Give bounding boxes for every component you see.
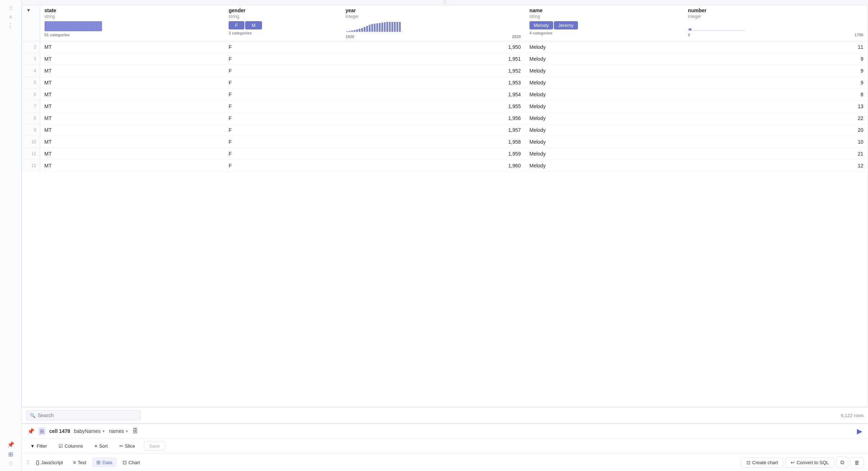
convert-sql-icon: ↩: [791, 460, 795, 465]
table-body: 2 MT F 1,950 Melody 11 3 MT F 1,951 Melo…: [22, 41, 868, 172]
cell-year: 1,955: [341, 101, 525, 112]
filter-button[interactable]: ▼ Filter: [27, 442, 50, 450]
table-row: 5 MT F 1,953 Melody 9: [22, 77, 868, 89]
col-type-name: string: [529, 14, 679, 19]
columns-button[interactable]: ☑ Columns: [56, 442, 86, 450]
drag-handle-top[interactable]: ⠿: [9, 5, 13, 12]
cell-name: Melody: [525, 77, 684, 89]
top-drag-handle[interactable]: ⠿: [22, 0, 868, 5]
gender-pill-f[interactable]: F: [229, 21, 244, 29]
row-num: 11: [22, 148, 40, 160]
cell-number: 8: [684, 89, 868, 101]
cell-number: 20: [684, 124, 868, 136]
cell-year: 1,958: [341, 136, 525, 148]
cell-state: MT: [40, 148, 224, 160]
expand-collapse-icon[interactable]: ▼: [26, 8, 31, 13]
cell-name: Melody: [525, 136, 684, 148]
table-row: 4 MT F 1,952 Melody 9: [22, 65, 868, 77]
cell-name: Melody: [525, 41, 684, 53]
svg-rect-14: [381, 23, 383, 32]
filter-toolbar: ▼ Filter ☑ Columns ≡ Sort ✂ Slice Save: [22, 438, 868, 453]
cell-gender: F: [224, 77, 341, 89]
tab-javascript[interactable]: {} JavaScript: [32, 457, 67, 467]
data-table-wrapper[interactable]: ▼ state string 51 categories gender: [22, 5, 868, 407]
cell-state: MT: [40, 77, 224, 89]
name-pill-melody[interactable]: Melody: [529, 21, 553, 29]
run-button[interactable]: ▶: [857, 427, 862, 435]
tab-text[interactable]: ≡ Text: [69, 457, 91, 467]
action-bar-drag-icon[interactable]: ⠿: [26, 459, 30, 466]
create-chart-button[interactable]: ⊡ Create chart: [741, 457, 784, 468]
svg-rect-20: [396, 22, 398, 32]
cell-gender: F: [224, 148, 341, 160]
svg-rect-21: [399, 22, 401, 32]
action-bar-right: ⊡ Create chart ↩ Convert to SQL ⧉ 🗑: [741, 457, 864, 468]
dots-menu-icon[interactable]: ⋮: [7, 22, 14, 29]
cell-year: 1,953: [341, 77, 525, 89]
left-col-top: ⠿ ∧ ⋮: [7, 0, 14, 29]
name-pill-jeremy[interactable]: Jeremy: [554, 21, 578, 29]
tab-data[interactable]: ⊞ Data: [92, 457, 116, 467]
cell-state: MT: [40, 41, 224, 53]
number-range-labels: 0 1700: [688, 33, 863, 37]
svg-rect-18: [391, 22, 393, 32]
javascript-icon: {}: [36, 460, 39, 465]
drag-handle-bottom[interactable]: ⠿: [9, 461, 13, 467]
col-type-state: string: [45, 14, 220, 19]
cell-label: cell 1478: [49, 428, 70, 434]
slice-button[interactable]: ✂ Slice: [116, 442, 138, 450]
th-gender: gender string F M 2 categories: [224, 5, 341, 41]
chart-icon: ⊡: [123, 460, 127, 465]
svg-rect-19: [394, 22, 396, 32]
cell-year: 1,951: [341, 53, 525, 65]
trash-icon: 🗑: [854, 460, 860, 466]
cell-name: Melody: [525, 65, 684, 77]
collapse-icon[interactable]: ∧: [9, 14, 13, 19]
svg-rect-8: [366, 26, 368, 32]
cell-number: 11: [684, 41, 868, 53]
cell-number: 13: [684, 101, 868, 112]
gender-pill-m[interactable]: M: [245, 21, 262, 29]
tab-chart[interactable]: ⊡ Chart: [118, 457, 144, 467]
th-year: year integer: [341, 5, 525, 41]
cell-year: 1,954: [341, 89, 525, 101]
cell-number: 12: [684, 160, 868, 172]
row-num: 7: [22, 101, 40, 112]
table-row: 9 MT F 1,957 Melody 20: [22, 124, 868, 136]
cell-gender: F: [224, 124, 341, 136]
copy-icon: ⧉: [840, 459, 844, 465]
copy-button[interactable]: ⧉: [836, 457, 848, 468]
svg-rect-10: [371, 24, 373, 32]
col-name-gender: gender: [229, 8, 337, 13]
svg-rect-23: [689, 28, 692, 31]
convert-sql-button[interactable]: ↩ Convert to SQL: [785, 457, 834, 468]
table-selector[interactable]: names ▼: [109, 428, 129, 434]
th-state: state string 51 categories: [40, 5, 224, 41]
cell-name: Melody: [525, 124, 684, 136]
cell-toolbar: 📌 ⊞ cell 1478 babyNames ▼ names ▼ 🗄 ▶: [22, 423, 868, 438]
table-view-icon[interactable]: ⊞: [8, 451, 13, 458]
dataset-selector[interactable]: babyNames ▼: [74, 428, 105, 434]
svg-rect-13: [379, 23, 381, 32]
cell-state: MT: [40, 53, 224, 65]
text-icon: ≡: [73, 460, 76, 465]
search-input[interactable]: [38, 412, 137, 418]
cell-name: Melody: [525, 53, 684, 65]
data-table: ▼ state string 51 categories gender: [22, 5, 868, 172]
cell-name: Melody: [525, 148, 684, 160]
search-input-wrap[interactable]: 🔍: [26, 410, 141, 420]
cell-year: 1,960: [341, 160, 525, 172]
save-button[interactable]: Save: [144, 442, 165, 451]
col-type-number: integer: [688, 14, 863, 19]
svg-rect-15: [384, 22, 386, 32]
delete-button[interactable]: 🗑: [850, 457, 864, 468]
pin-icon-toolbar: 📌: [27, 428, 35, 435]
sort-button[interactable]: ≡ Sort: [92, 442, 110, 450]
slice-icon: ✂: [119, 443, 123, 449]
table-row: 3 MT F 1,951 Melody 9: [22, 53, 868, 65]
pin-icon[interactable]: 📌: [7, 441, 14, 448]
th-name: name string Melody Jeremy 4 categories: [525, 5, 684, 41]
name-categories: 4 categories: [529, 31, 679, 35]
row-num: 6: [22, 89, 40, 101]
cell-number: 9: [684, 77, 868, 89]
